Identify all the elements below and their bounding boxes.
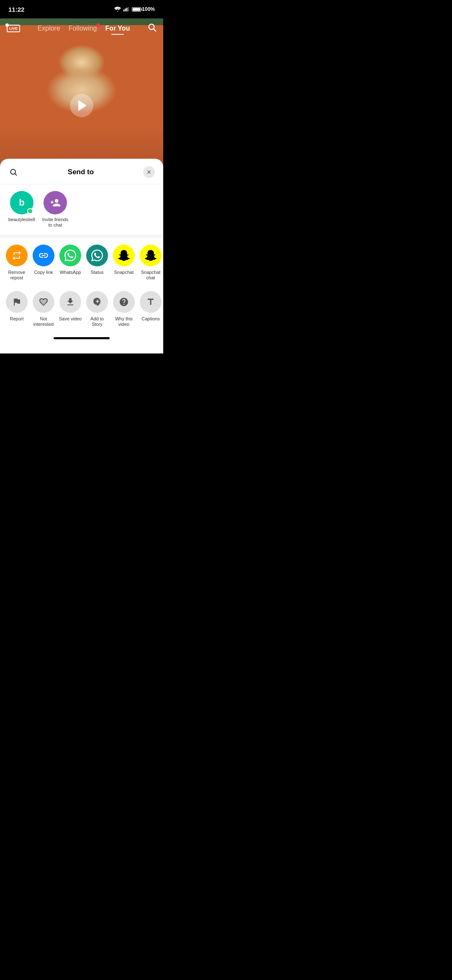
share-whatsapp[interactable]: WhatsApp [57, 245, 84, 281]
section-divider [0, 235, 163, 238]
captions-label: Captions [141, 316, 159, 322]
status-icons: 100% [114, 6, 155, 12]
send-to-sheet: Send to ✕ b beautyleslie8 Invite friends… [0, 159, 163, 353]
contact-beautyleslie8[interactable]: b beautyleslie8 [8, 191, 35, 228]
share-why-this-video[interactable]: Why this video [110, 291, 137, 327]
tab-explore[interactable]: Explore [38, 25, 60, 32]
following-notification-dot [97, 23, 100, 27]
signal-icon [123, 7, 129, 12]
home-indicator [54, 337, 110, 339]
svg-rect-0 [123, 10, 124, 12]
sheet-search-icon[interactable] [8, 167, 18, 177]
snapchat-chat-label: Snapchat chat [139, 270, 162, 281]
sheet-header: Send to ✕ [0, 159, 163, 184]
tab-for-you[interactable]: For You [105, 25, 130, 32]
not-interested-label: Not interested [32, 316, 55, 327]
search-button[interactable] [147, 23, 157, 34]
svg-line-5 [154, 29, 156, 31]
nav-tabs: Explore Following For You [38, 25, 130, 32]
save-video-icon [59, 291, 81, 313]
svg-line-7 [15, 174, 17, 175]
whatsapp-icon [59, 245, 81, 266]
share-captions[interactable]: Captions [137, 291, 163, 327]
contact-name-beautyleslie8: beautyleslie8 [8, 217, 35, 222]
nav-bar: LIVE Explore Following For You [0, 18, 163, 39]
snapchat-chat-icon [140, 245, 162, 266]
why-this-video-icon [113, 291, 135, 313]
online-indicator [27, 208, 33, 214]
share-copy-link[interactable]: Copy link [30, 245, 57, 281]
why-this-video-label: Why this video [112, 316, 136, 327]
share-options-row2: Report Not interested Save video [0, 288, 163, 334]
whatsapp-label: WhatsApp [60, 270, 81, 275]
share-report[interactable]: Report [3, 291, 30, 327]
live-icon[interactable]: LIVE [7, 25, 20, 32]
save-video-label: Save video [59, 316, 82, 322]
share-save-video[interactable]: Save video [57, 291, 84, 327]
add-to-story-icon [86, 291, 108, 313]
captions-icon [140, 291, 162, 313]
remove-repost-icon [6, 245, 28, 266]
share-add-to-story[interactable]: Add to Story [84, 291, 110, 327]
copy-link-label: Copy link [34, 270, 53, 275]
sheet-close-button[interactable]: ✕ [143, 166, 155, 178]
contact-name-invite: Invite friends to chat [42, 217, 69, 228]
contact-avatar-invite [44, 191, 67, 214]
share-remove-repost[interactable]: Remove repost [3, 245, 30, 281]
remove-repost-label: Remove repost [5, 270, 28, 281]
contacts-row: b beautyleslie8 Invite friends to chat [0, 184, 163, 235]
report-icon [6, 291, 28, 313]
status-bar: 11:22 100% [0, 0, 163, 18]
share-snapchat-chat[interactable]: Snapchat chat [137, 245, 163, 281]
add-to-story-label: Add to Story [85, 316, 109, 327]
contact-avatar-beautyleslie8: b [10, 191, 33, 214]
battery-percent: 100% [142, 6, 155, 12]
status-icon [86, 245, 108, 266]
share-not-interested[interactable]: Not interested [30, 291, 57, 327]
status-label: Status [90, 270, 103, 275]
nav-live[interactable]: LIVE [7, 25, 20, 32]
wifi-icon [114, 7, 121, 12]
svg-rect-1 [125, 8, 126, 11]
battery-icon: 100% [132, 6, 155, 12]
svg-rect-2 [126, 8, 127, 12]
sheet-title: Send to [68, 168, 94, 176]
snapchat-label: Snapchat [114, 270, 134, 275]
share-status[interactable]: Status [84, 245, 110, 281]
copy-link-icon [33, 245, 54, 266]
contact-invite-friends[interactable]: Invite friends to chat [42, 191, 69, 228]
snapchat-icon [113, 245, 135, 266]
svg-rect-3 [128, 7, 129, 12]
share-options-row1: Remove repost Copy link WhatsApp [0, 238, 163, 287]
play-button[interactable] [70, 94, 93, 117]
tab-following[interactable]: Following [69, 25, 97, 32]
status-time: 11:22 [8, 6, 24, 13]
share-snapchat[interactable]: Snapchat [110, 245, 137, 281]
not-interested-icon [33, 291, 54, 313]
report-label: Report [10, 316, 23, 322]
